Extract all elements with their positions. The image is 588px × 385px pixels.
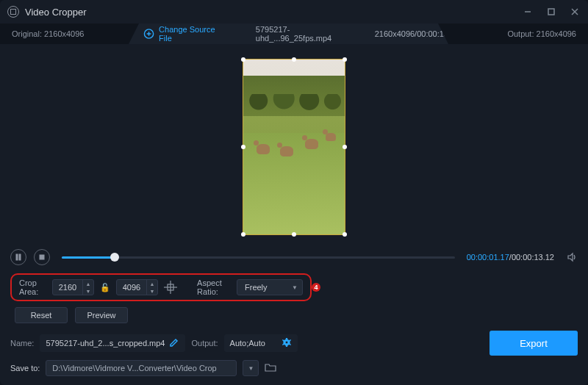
seek-slider[interactable] xyxy=(62,256,455,259)
svg-rect-8 xyxy=(19,254,21,260)
chevron-down-icon: ▼ xyxy=(292,284,298,291)
save-path-box: D:\Vidmore\Vidmore V...Converter\Video C… xyxy=(46,360,237,376)
svg-rect-7 xyxy=(16,254,18,260)
crop-height-field[interactable] xyxy=(117,283,146,292)
crop-handle[interactable] xyxy=(241,57,245,62)
source-filename: 5795217-uhd_...96_25fps.mp4 xyxy=(256,25,360,43)
maximize-button[interactable] xyxy=(545,6,557,18)
crop-settings-panel: Crop Area: ▲▼ 🔓 ▲▼ Aspect Ratio: Freely … xyxy=(10,273,312,301)
crop-area-label: Crop Area: xyxy=(19,278,46,296)
output-resolution: Output: 2160x4096 xyxy=(507,29,588,38)
crop-handle[interactable] xyxy=(343,232,347,237)
svg-rect-9 xyxy=(40,255,44,259)
pause-button[interactable] xyxy=(10,249,26,265)
crop-width-field[interactable] xyxy=(53,283,82,292)
change-source-label: Change Source File xyxy=(159,25,226,43)
save-to-label: Save to: xyxy=(10,364,40,373)
crop-handle[interactable] xyxy=(241,232,245,237)
width-down[interactable]: ▼ xyxy=(83,287,93,295)
output-params-box: Auto;Auto xyxy=(224,334,298,352)
save-path-dropdown[interactable]: ▼ xyxy=(243,360,259,376)
reset-button[interactable]: Reset xyxy=(15,307,68,323)
step-badge: 4 xyxy=(312,283,320,292)
export-button[interactable]: Export xyxy=(490,331,578,356)
app-logo-icon xyxy=(7,6,19,18)
crop-handle[interactable] xyxy=(292,57,296,62)
width-up[interactable]: ▲ xyxy=(83,280,93,287)
output-params-value: Auto;Auto xyxy=(230,339,265,348)
crop-handle[interactable] xyxy=(343,57,347,62)
timecode: 00:00:01.17/00:00:13.12 xyxy=(467,253,554,262)
crop-height-input[interactable]: ▲▼ xyxy=(116,279,158,295)
preview-area xyxy=(0,44,588,242)
output-filename: 5795217-uhd_2...s_cropped.mp4 xyxy=(46,339,165,348)
crop-canvas[interactable] xyxy=(243,59,345,235)
original-resolution: Original: 2160x4096 xyxy=(0,29,129,38)
height-up[interactable]: ▲ xyxy=(147,280,157,287)
aspect-ratio-dropdown[interactable]: Freely ▼ xyxy=(237,279,303,295)
preview-button[interactable]: Preview xyxy=(75,307,128,323)
app-title: Video Cropper xyxy=(25,7,87,18)
settings-gear-icon[interactable] xyxy=(282,337,292,349)
save-path-value: D:\Vidmore\Vidmore V...Converter\Video C… xyxy=(52,364,216,373)
svg-rect-1 xyxy=(548,9,554,15)
volume-icon[interactable] xyxy=(566,251,578,263)
crop-handle[interactable] xyxy=(292,232,296,237)
stop-button[interactable] xyxy=(34,249,50,265)
open-folder-icon[interactable] xyxy=(265,362,276,374)
center-crop-icon[interactable] xyxy=(164,281,177,294)
name-label: Name: xyxy=(10,339,34,348)
lock-aspect-icon[interactable]: 🔓 xyxy=(100,283,110,292)
edit-name-icon[interactable] xyxy=(169,337,179,349)
close-button[interactable] xyxy=(569,6,581,18)
source-resolution-time: 2160x4096/00:00:13 xyxy=(375,29,448,38)
output-params-label: Output: xyxy=(191,339,218,348)
aspect-ratio-value: Freely xyxy=(245,283,268,292)
titlebar: Video Cropper xyxy=(0,0,588,24)
crop-handle[interactable] xyxy=(241,145,245,149)
svg-point-14 xyxy=(285,341,288,344)
minimize-button[interactable] xyxy=(522,6,534,18)
crop-width-input[interactable]: ▲▼ xyxy=(52,279,94,295)
change-source-button[interactable]: Change Source File xyxy=(143,25,226,43)
seek-thumb[interactable] xyxy=(110,253,119,262)
aspect-ratio-label: Aspect Ratio: xyxy=(197,278,231,296)
crop-handle[interactable] xyxy=(343,145,347,149)
height-down[interactable]: ▼ xyxy=(147,287,157,295)
output-name-box: 5795217-uhd_2...s_cropped.mp4 xyxy=(40,334,185,352)
info-bar: Original: 2160x4096 Change Source File 5… xyxy=(0,24,588,44)
